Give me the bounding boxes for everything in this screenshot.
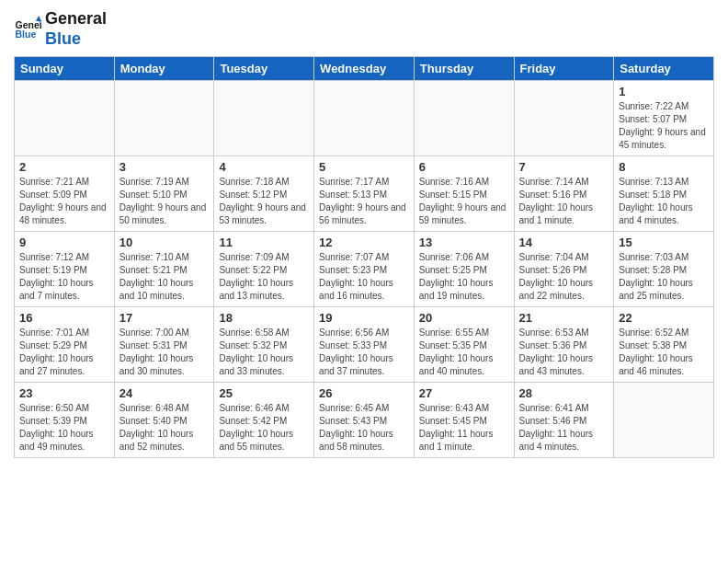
calendar-cell: 28Sunrise: 6:41 AM Sunset: 5:46 PM Dayli… <box>514 383 614 458</box>
calendar-cell: 20Sunrise: 6:55 AM Sunset: 5:35 PM Dayli… <box>414 307 514 383</box>
calendar-cell: 13Sunrise: 7:06 AM Sunset: 5:25 PM Dayli… <box>414 232 514 307</box>
day-number: 13 <box>419 236 509 249</box>
weekday-header-wednesday: Wednesday <box>314 57 415 81</box>
day-info: Sunrise: 7:14 AM Sunset: 5:16 PM Dayligh… <box>519 176 609 227</box>
calendar-cell: 15Sunrise: 7:03 AM Sunset: 5:28 PM Dayli… <box>614 232 714 307</box>
weekday-header-friday: Friday <box>514 57 614 81</box>
day-info: Sunrise: 7:10 AM Sunset: 5:21 PM Dayligh… <box>119 251 210 303</box>
calendar-cell <box>314 81 415 156</box>
day-number: 21 <box>519 311 609 325</box>
calendar-cell <box>514 81 614 156</box>
day-info: Sunrise: 7:21 AM Sunset: 5:09 PM Dayligh… <box>19 176 109 227</box>
header: General Blue General Blue <box>14 9 714 49</box>
week-row-5: 23Sunrise: 6:50 AM Sunset: 5:39 PM Dayli… <box>15 383 714 458</box>
day-info: Sunrise: 6:41 AM Sunset: 5:46 PM Dayligh… <box>519 402 609 454</box>
weekday-header-tuesday: Tuesday <box>214 57 314 81</box>
day-info: Sunrise: 7:16 AM Sunset: 5:15 PM Dayligh… <box>419 176 509 227</box>
day-info: Sunrise: 6:53 AM Sunset: 5:36 PM Dayligh… <box>519 327 609 378</box>
calendar-table: SundayMondayTuesdayWednesdayThursdayFrid… <box>14 56 714 458</box>
calendar-cell: 2Sunrise: 7:21 AM Sunset: 5:09 PM Daylig… <box>15 156 115 232</box>
logo: General Blue General Blue <box>14 9 107 49</box>
week-row-1: 1Sunrise: 7:22 AM Sunset: 5:07 PM Daylig… <box>15 81 714 156</box>
day-number: 9 <box>19 236 109 249</box>
calendar-cell: 17Sunrise: 7:00 AM Sunset: 5:31 PM Dayli… <box>114 307 214 383</box>
day-info: Sunrise: 6:55 AM Sunset: 5:35 PM Dayligh… <box>419 327 509 378</box>
calendar-cell: 19Sunrise: 6:56 AM Sunset: 5:33 PM Dayli… <box>314 307 415 383</box>
calendar-cell: 7Sunrise: 7:14 AM Sunset: 5:16 PM Daylig… <box>514 156 614 232</box>
day-info: Sunrise: 7:03 AM Sunset: 5:28 PM Dayligh… <box>619 251 709 303</box>
calendar-cell: 3Sunrise: 7:19 AM Sunset: 5:10 PM Daylig… <box>114 156 214 232</box>
weekday-header-thursday: Thursday <box>414 57 514 81</box>
day-number: 5 <box>319 160 409 174</box>
day-number: 10 <box>119 236 210 249</box>
week-row-3: 9Sunrise: 7:12 AM Sunset: 5:19 PM Daylig… <box>15 232 714 307</box>
calendar-cell: 14Sunrise: 7:04 AM Sunset: 5:26 PM Dayli… <box>514 232 614 307</box>
calendar-cell: 25Sunrise: 6:46 AM Sunset: 5:42 PM Dayli… <box>214 383 314 458</box>
day-number: 4 <box>219 160 309 174</box>
week-row-2: 2Sunrise: 7:21 AM Sunset: 5:09 PM Daylig… <box>15 156 714 232</box>
logo-text: General Blue <box>45 9 107 49</box>
day-number: 15 <box>619 236 709 249</box>
day-info: Sunrise: 7:04 AM Sunset: 5:26 PM Dayligh… <box>519 251 609 303</box>
day-number: 24 <box>119 386 210 400</box>
day-number: 28 <box>519 386 609 400</box>
day-number: 22 <box>619 311 709 325</box>
calendar-cell: 22Sunrise: 6:52 AM Sunset: 5:38 PM Dayli… <box>614 307 714 383</box>
day-number: 17 <box>119 311 210 325</box>
day-info: Sunrise: 7:12 AM Sunset: 5:19 PM Dayligh… <box>19 251 109 303</box>
calendar-cell <box>114 81 214 156</box>
calendar-cell <box>414 81 514 156</box>
day-number: 25 <box>219 386 309 400</box>
day-info: Sunrise: 7:09 AM Sunset: 5:22 PM Dayligh… <box>219 251 309 303</box>
calendar-cell: 21Sunrise: 6:53 AM Sunset: 5:36 PM Dayli… <box>514 307 614 383</box>
calendar-cell: 23Sunrise: 6:50 AM Sunset: 5:39 PM Dayli… <box>15 383 115 458</box>
calendar-cell: 9Sunrise: 7:12 AM Sunset: 5:19 PM Daylig… <box>15 232 115 307</box>
calendar-cell: 1Sunrise: 7:22 AM Sunset: 5:07 PM Daylig… <box>614 81 714 156</box>
calendar-cell: 16Sunrise: 7:01 AM Sunset: 5:29 PM Dayli… <box>15 307 115 383</box>
day-number: 3 <box>119 160 210 174</box>
svg-text:Blue: Blue <box>16 29 37 40</box>
day-number: 6 <box>419 160 509 174</box>
day-info: Sunrise: 6:45 AM Sunset: 5:43 PM Dayligh… <box>319 402 409 454</box>
calendar-cell <box>15 81 115 156</box>
calendar-cell: 8Sunrise: 7:13 AM Sunset: 5:18 PM Daylig… <box>614 156 714 232</box>
day-number: 27 <box>419 386 509 400</box>
logo-blue: Blue <box>45 29 81 48</box>
day-info: Sunrise: 7:18 AM Sunset: 5:12 PM Dayligh… <box>219 176 309 227</box>
day-number: 12 <box>319 236 409 249</box>
calendar-cell: 6Sunrise: 7:16 AM Sunset: 5:15 PM Daylig… <box>414 156 514 232</box>
day-number: 16 <box>19 311 109 325</box>
day-number: 19 <box>319 311 409 325</box>
page-container: General Blue General Blue SundayMondayTu… <box>0 0 728 467</box>
day-number: 8 <box>619 160 709 174</box>
day-info: Sunrise: 7:17 AM Sunset: 5:13 PM Dayligh… <box>319 176 409 227</box>
day-info: Sunrise: 7:19 AM Sunset: 5:10 PM Dayligh… <box>119 176 210 227</box>
calendar-cell: 24Sunrise: 6:48 AM Sunset: 5:40 PM Dayli… <box>114 383 214 458</box>
day-info: Sunrise: 7:13 AM Sunset: 5:18 PM Dayligh… <box>619 176 709 227</box>
day-info: Sunrise: 6:58 AM Sunset: 5:32 PM Dayligh… <box>219 327 309 378</box>
weekday-header-monday: Monday <box>114 57 214 81</box>
day-info: Sunrise: 7:07 AM Sunset: 5:23 PM Dayligh… <box>319 251 409 303</box>
day-number: 20 <box>419 311 509 325</box>
calendar-cell: 11Sunrise: 7:09 AM Sunset: 5:22 PM Dayli… <box>214 232 314 307</box>
day-info: Sunrise: 6:43 AM Sunset: 5:45 PM Dayligh… <box>419 402 509 454</box>
day-info: Sunrise: 6:46 AM Sunset: 5:42 PM Dayligh… <box>219 402 309 454</box>
logo-icon: General Blue <box>14 16 41 43</box>
calendar-cell: 4Sunrise: 7:18 AM Sunset: 5:12 PM Daylig… <box>214 156 314 232</box>
calendar-cell: 12Sunrise: 7:07 AM Sunset: 5:23 PM Dayli… <box>314 232 415 307</box>
day-info: Sunrise: 7:22 AM Sunset: 5:07 PM Dayligh… <box>619 100 709 152</box>
calendar-cell: 5Sunrise: 7:17 AM Sunset: 5:13 PM Daylig… <box>314 156 415 232</box>
day-info: Sunrise: 6:56 AM Sunset: 5:33 PM Dayligh… <box>319 327 409 378</box>
day-number: 7 <box>519 160 609 174</box>
day-number: 1 <box>619 85 709 98</box>
day-info: Sunrise: 7:01 AM Sunset: 5:29 PM Dayligh… <box>19 327 109 378</box>
day-info: Sunrise: 7:00 AM Sunset: 5:31 PM Dayligh… <box>119 327 210 378</box>
day-number: 18 <box>219 311 309 325</box>
weekday-header-row: SundayMondayTuesdayWednesdayThursdayFrid… <box>15 57 714 81</box>
week-row-4: 16Sunrise: 7:01 AM Sunset: 5:29 PM Dayli… <box>15 307 714 383</box>
day-info: Sunrise: 6:48 AM Sunset: 5:40 PM Dayligh… <box>119 402 210 454</box>
calendar-cell <box>614 383 714 458</box>
logo-general: General <box>45 9 107 28</box>
calendar-cell <box>214 81 314 156</box>
day-number: 14 <box>519 236 609 249</box>
